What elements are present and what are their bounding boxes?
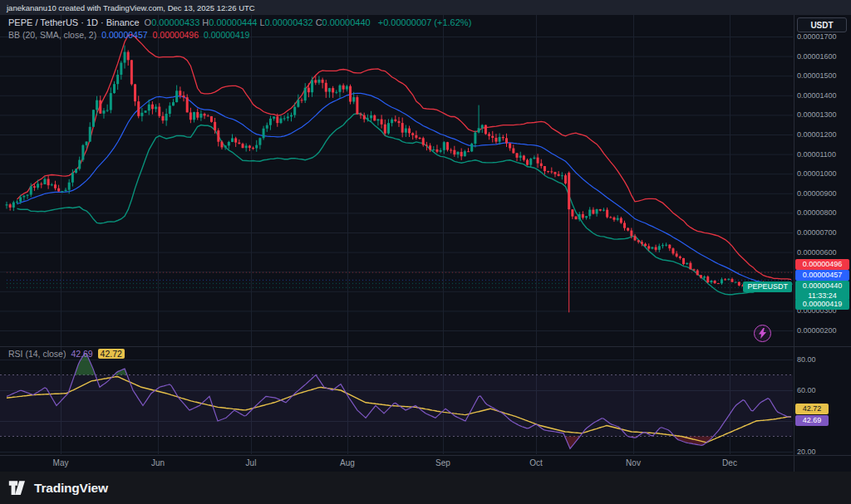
price-badge: 0.00000457 xyxy=(795,270,849,281)
rsi-title[interactable]: RSI (14, close) xyxy=(8,349,66,359)
tradingview-wordmark[interactable]: TradingView xyxy=(34,481,108,496)
time-axis-label: Jul xyxy=(246,458,257,467)
rsi-value-badge: 42.72 xyxy=(795,404,829,414)
bb-title[interactable]: BB (20, SMA, close, 2) xyxy=(8,30,96,40)
bb-legend[interactable]: BB (20, SMA, close, 2) 0.00000457 0.0000… xyxy=(8,30,252,40)
bb-lower-value: 0.00000419 xyxy=(204,30,249,40)
ohlc-value: 0.00000433 xyxy=(151,17,199,27)
symbol-price-tag: PEPEUSDT xyxy=(743,281,792,292)
price-axis-label: 0.00000800 xyxy=(797,208,837,217)
attribution-bar: janekananu10 created with TradingView.co… xyxy=(0,0,851,15)
price-axis-label: 0.00001200 xyxy=(797,130,837,139)
price-badge: 0.00000419 xyxy=(795,299,849,310)
price-axis-label: 0.00001300 xyxy=(797,110,837,119)
price-axis-label: 0.00001000 xyxy=(797,169,837,178)
price-axis-label: 0.00001400 xyxy=(797,91,837,100)
symbol-title[interactable]: PEPE / TetherUS · 1D · Binance xyxy=(8,17,140,27)
symbol-legend[interactable]: PEPE / TetherUS · 1D · Binance O0.000004… xyxy=(8,17,474,27)
time-axis-label: Sep xyxy=(435,458,450,467)
rsi-value-badge: 42.69 xyxy=(795,415,829,426)
rsi-value: 42.69 xyxy=(71,349,92,359)
time-axis-label: Nov xyxy=(626,458,641,467)
rsi-legend[interactable]: RSI (14, close) 42.69 42.72 xyxy=(8,349,127,359)
price-axis-label: 0.00000200 xyxy=(797,326,837,335)
price-axis-label: 0.00000700 xyxy=(797,228,837,237)
rsi-ma-value: 42.72 xyxy=(98,349,125,359)
time-axis-label: Jun xyxy=(151,458,165,467)
bb-upper-value: 0.00000496 xyxy=(153,30,199,40)
ohlc-letter: C xyxy=(316,17,322,27)
price-badge: 0.00000496 xyxy=(795,259,849,270)
price-axis-label: 0.00000600 xyxy=(797,248,837,257)
ohlc-value: 0.00000440 xyxy=(322,17,371,27)
bb-basis-value: 0.00000457 xyxy=(101,30,147,40)
ohlc-value: 0.00000432 xyxy=(265,17,313,27)
time-axis-label: Aug xyxy=(340,458,355,467)
ohlc-letter: O xyxy=(145,17,152,27)
price-axis-label: 0.00001100 xyxy=(797,150,836,159)
price-badge: 0.0000044011:33:24 xyxy=(795,281,849,301)
currency-toggle-button[interactable]: USDT xyxy=(797,17,847,32)
ohlc-value: 0.00000444 xyxy=(209,17,257,27)
currency-toggle-label: USDT xyxy=(810,21,833,30)
price-axis-label: 0.00001600 xyxy=(797,52,837,61)
ohlc-values: O0.00000433H0.00000444L0.00000432C0.0000… xyxy=(145,17,373,27)
ohlc-letter: L xyxy=(259,17,264,27)
price-axis-label: 0.00000900 xyxy=(797,189,837,198)
boost-button[interactable] xyxy=(754,325,771,342)
time-axis-label: May xyxy=(53,458,69,467)
time-axis-label: Dec xyxy=(722,458,737,467)
tradingview-logo-icon[interactable] xyxy=(8,480,28,497)
price-axis-label: 0.00001500 xyxy=(797,71,837,80)
price-axis-label: 0.00001700 xyxy=(797,32,837,41)
time-axis-label: Oct xyxy=(529,458,543,467)
chart-canvas[interactable] xyxy=(0,0,851,504)
footer-bar: TradingView xyxy=(0,472,851,504)
rsi-axis-label: 80.00 xyxy=(797,355,816,364)
rsi-axis-label: 60.00 xyxy=(797,386,816,394)
change-value: +0.00000007 (+1.62%) xyxy=(378,17,472,27)
rsi-axis-label: 20.00 xyxy=(797,448,816,456)
attribution-text: janekananu10 created with TradingView.co… xyxy=(7,3,255,12)
lightning-icon xyxy=(758,328,767,339)
